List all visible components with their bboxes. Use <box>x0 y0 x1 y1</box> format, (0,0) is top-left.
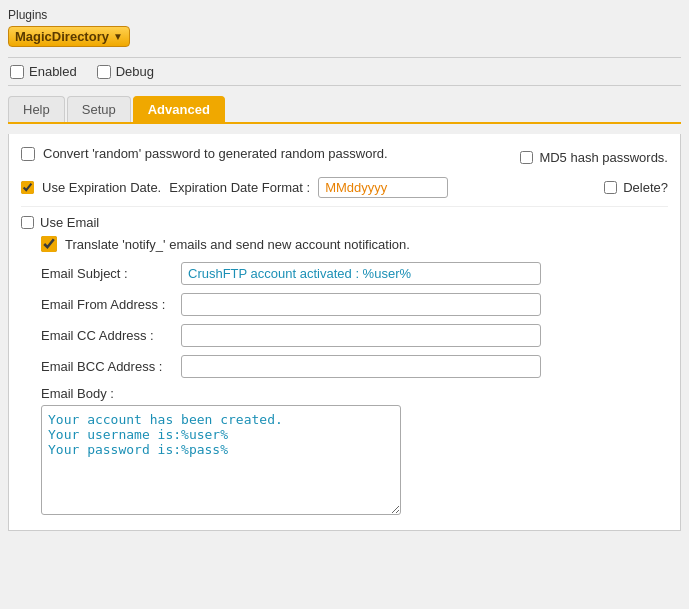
md5-checkbox[interactable] <box>520 151 533 164</box>
translate-row: Translate 'notify_' emails and send new … <box>41 236 668 252</box>
convert-md5-row: Convert 'random' password to generated r… <box>21 146 668 169</box>
email-body-label: Email Body : <box>41 386 668 401</box>
convert-random-label: Convert 'random' password to generated r… <box>43 146 388 161</box>
expiration-row: Use Expiration Date. Expiration Date For… <box>21 177 448 198</box>
use-expiration-label: Use Expiration Date. <box>42 180 161 195</box>
translate-checkbox[interactable] <box>41 236 57 252</box>
enabled-checkbox[interactable] <box>10 65 24 79</box>
convert-random-checkbox[interactable] <box>21 147 35 161</box>
email-subject-row: Email Subject : <box>41 262 668 285</box>
use-email-checkbox[interactable] <box>21 216 34 229</box>
enabled-debug-row: Enabled Debug <box>8 57 681 86</box>
use-email-section: Use Email Translate 'notify_' emails and… <box>21 206 668 518</box>
email-bcc-label: Email BCC Address : <box>41 359 181 374</box>
email-from-row: Email From Address : <box>41 293 668 316</box>
email-from-input[interactable] <box>181 293 541 316</box>
tab-setup[interactable]: Setup <box>67 96 131 122</box>
use-email-label: Use Email <box>40 215 99 230</box>
email-from-label: Email From Address : <box>41 297 181 312</box>
use-expiration-checkbox[interactable] <box>21 181 34 194</box>
plugin-select[interactable]: MagicDirectory <box>15 29 125 44</box>
plugins-label: Plugins <box>8 8 681 22</box>
email-cc-input[interactable] <box>181 324 541 347</box>
email-body-textarea[interactable]: Your account has been created. Your user… <box>41 405 401 515</box>
email-bcc-row: Email BCC Address : <box>41 355 668 378</box>
expiration-format-label: Expiration Date Format : <box>169 180 310 195</box>
delete-checkbox[interactable] <box>604 181 617 194</box>
main-container: Plugins MagicDirectory ▼ Enabled Debug H… <box>0 0 689 539</box>
md5-row: MD5 hash passwords. <box>520 150 668 165</box>
translate-label: Translate 'notify_' emails and send new … <box>65 237 410 252</box>
email-subject-label: Email Subject : <box>41 266 181 281</box>
expiration-format-input[interactable] <box>318 177 448 198</box>
tab-advanced[interactable]: Advanced <box>133 96 225 122</box>
content-area: Convert 'random' password to generated r… <box>8 134 681 531</box>
plugin-select-wrapper[interactable]: MagicDirectory ▼ <box>8 26 130 47</box>
debug-label: Debug <box>116 64 154 79</box>
convert-random-row: Convert 'random' password to generated r… <box>21 146 388 161</box>
md5-label: MD5 hash passwords. <box>539 150 668 165</box>
email-subject-input[interactable] <box>181 262 541 285</box>
enabled-checkbox-item: Enabled <box>10 64 77 79</box>
use-email-row: Use Email <box>21 215 668 230</box>
debug-checkbox-item: Debug <box>97 64 154 79</box>
delete-label: Delete? <box>623 180 668 195</box>
email-bcc-input[interactable] <box>181 355 541 378</box>
delete-row: Delete? <box>604 180 668 195</box>
email-cc-row: Email CC Address : <box>41 324 668 347</box>
enabled-label: Enabled <box>29 64 77 79</box>
email-sub-section: Translate 'notify_' emails and send new … <box>41 236 668 518</box>
email-cc-label: Email CC Address : <box>41 328 181 343</box>
email-body-section: Email Body : Your account has been creat… <box>41 386 668 518</box>
debug-checkbox[interactable] <box>97 65 111 79</box>
tab-help[interactable]: Help <box>8 96 65 122</box>
expiration-delete-row: Use Expiration Date. Expiration Date For… <box>21 177 668 198</box>
tabs-row: Help Setup Advanced <box>8 96 681 124</box>
